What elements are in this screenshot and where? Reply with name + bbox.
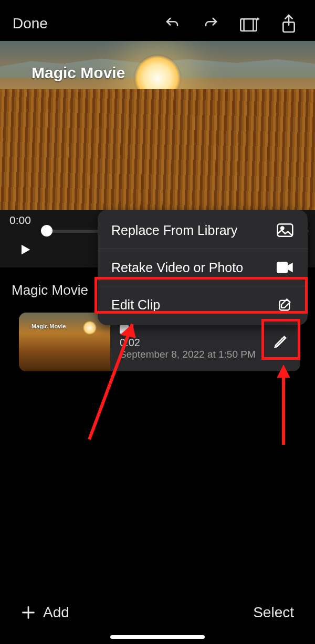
menu-item-retake-video-or-photo[interactable]: Retake Video or Photo — [98, 249, 308, 286]
video-camera-icon — [276, 260, 294, 275]
preview-foreground — [0, 89, 315, 210]
svg-rect-0 — [240, 19, 256, 31]
clip-thumbnail: Magic Movie — [19, 313, 110, 371]
menu-item-label: Edit Clip — [111, 297, 160, 313]
clip-date: September 8, 2022 at 1:50 PM — [120, 349, 291, 360]
effects-button[interactable] — [236, 10, 264, 37]
clip-duration: 0:02 — [120, 337, 291, 349]
clip-action-menu: Replace From Library Retake Video or Pho… — [98, 210, 308, 325]
svg-rect-7 — [277, 262, 288, 273]
share-icon — [280, 14, 297, 34]
add-button[interactable]: Add — [21, 604, 69, 621]
menu-item-label: Replace From Library — [111, 223, 237, 238]
bottom-bar: Add Select — [0, 597, 315, 628]
preview-title-overlay: Magic Movie — [32, 64, 125, 82]
top-toolbar: Done — [0, 9, 315, 38]
home-indicator[interactable] — [110, 635, 205, 639]
time-label: 0:00 — [9, 214, 31, 226]
plus-icon — [21, 605, 36, 620]
menu-item-replace-from-library[interactable]: Replace From Library — [98, 212, 308, 249]
image-icon — [276, 222, 294, 238]
add-label: Add — [43, 604, 69, 621]
undo-icon — [163, 16, 181, 31]
project-title: Magic Movie — [12, 282, 88, 298]
menu-item-label: Retake Video or Photo — [111, 260, 243, 275]
select-button[interactable]: Select — [253, 604, 294, 621]
undo-button[interactable] — [159, 10, 186, 37]
menu-item-edit-clip[interactable]: Edit Clip — [98, 286, 308, 323]
play-icon — [18, 242, 33, 257]
annotation-arrow-to-pencil — [273, 361, 294, 450]
share-button[interactable] — [275, 10, 302, 37]
done-button[interactable]: Done — [13, 15, 48, 32]
redo-icon — [202, 16, 220, 31]
play-button[interactable] — [16, 240, 35, 259]
edit-clip-pencil-button[interactable] — [268, 329, 293, 355]
video-preview[interactable]: Magic Movie — [0, 41, 315, 210]
svg-rect-4 — [120, 325, 129, 334]
compose-icon — [276, 297, 294, 313]
film-sparkle-icon — [240, 15, 260, 32]
playhead-handle[interactable] — [41, 225, 52, 237]
video-camera-icon — [120, 324, 133, 335]
svg-point-6 — [281, 227, 284, 230]
pencil-icon — [272, 334, 288, 350]
redo-button[interactable] — [197, 10, 225, 37]
